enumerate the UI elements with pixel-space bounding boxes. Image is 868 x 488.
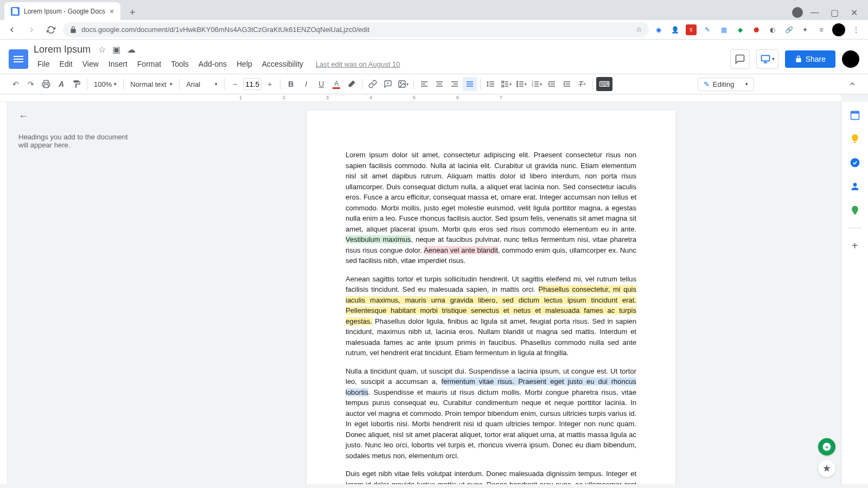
decrease-font-button[interactable]: − [228,77,242,91]
paint-format-button[interactable] [69,77,84,91]
align-center-button[interactable] [432,77,446,91]
keep-icon[interactable] [848,132,861,145]
maximize-window-icon[interactable]: ▢ [827,5,842,20]
minimize-window-icon[interactable]: — [807,5,822,20]
explore-button[interactable] [818,460,835,477]
checklist-button[interactable]: ▾ [499,77,513,91]
insert-image-button[interactable]: ▾ [396,77,410,91]
highlight-button[interactable] [344,77,359,91]
grammarly-icon[interactable] [818,438,835,455]
cloud-status-icon[interactable]: ☁ [127,44,136,55]
print-button[interactable] [39,77,53,91]
paragraph-2[interactable]: Aenean sagittis tortor et turpis sollici… [346,274,636,358]
browser-tab-strip: Lorem Ipsum - Google Docs × + — ▢ ✕ [0,0,868,20]
bulleted-list-button[interactable]: ▾ [514,77,528,91]
align-justify-button[interactable] [463,77,477,91]
maps-icon[interactable] [848,204,861,217]
ext-icon-6[interactable]: ◆ [735,24,745,35]
horizontal-ruler[interactable]: 1 2 3 4 5 6 7 [133,94,841,102]
numbered-list-button[interactable]: 123▾ [529,77,544,91]
italic-button[interactable]: I [299,77,313,91]
redo-button[interactable]: ↷ [24,77,38,91]
increase-indent-button[interactable] [560,77,574,91]
profile-avatar[interactable] [832,23,845,36]
underline-button[interactable]: U [314,77,328,91]
url-field[interactable]: docs.google.com/document/d/1vHwkBKY06mNs… [63,22,649,37]
style-select[interactable]: Normal text▾ [127,80,176,88]
svg-rect-4 [502,81,503,83]
bold-button[interactable]: B [284,77,298,91]
reload-button[interactable] [43,22,59,37]
lock-icon [69,26,77,34]
present-button[interactable]: ▾ [756,49,778,69]
docs-logo[interactable] [9,49,28,69]
document-page[interactable]: Lorem ipsum dolor sit amet, consectetur … [307,111,675,484]
back-button[interactable] [4,22,20,37]
browser-menu-icon[interactable]: ⋮ [851,24,861,35]
ext-icon-2[interactable]: 👤 [669,24,680,35]
browser-tab[interactable]: Lorem Ipsum - Google Docs × [4,2,120,20]
ext-icon-7[interactable]: ⬣ [751,24,762,35]
star-icon[interactable]: ☆ [636,25,642,34]
ext-icon-3[interactable]: 5 [686,24,697,35]
ext-icon-1[interactable]: ◉ [653,24,664,35]
tab-title: Lorem Ipsum - Google Docs [24,8,105,15]
insert-link-button[interactable] [366,77,380,91]
menu-accessibility[interactable]: Accessibility [258,57,307,70]
menu-view[interactable]: View [79,57,103,70]
increase-font-button[interactable]: + [263,77,277,91]
share-button[interactable]: Share [785,50,835,68]
undo-button[interactable]: ↶ [9,77,23,91]
paragraph-3[interactable]: Nulla a tincidunt quam, ut suscipit dui.… [346,366,636,461]
close-window-icon[interactable]: ✕ [846,5,861,20]
add-addon-icon[interactable]: + [848,239,861,252]
move-document-icon[interactable]: ▣ [112,44,120,55]
highlighted-green: Vestibulum maximus [346,235,411,243]
contacts-icon[interactable] [848,180,861,193]
font-select[interactable]: Arial▾ [183,80,221,88]
new-tab-button[interactable]: + [125,5,140,20]
user-avatar[interactable] [842,50,859,68]
browser-controls-search-icon[interactable] [792,7,803,18]
menu-tools[interactable]: Tools [167,57,193,70]
line-spacing-button[interactable] [484,77,498,91]
ext-icon-4[interactable]: ✎ [702,24,713,35]
calendar-icon[interactable] [848,108,861,121]
mode-select[interactable]: ✎ Editing ▾ [698,78,754,91]
ext-icon-5[interactable]: ▦ [718,24,729,35]
document-scroll-area[interactable]: Lorem ipsum dolor sit amet, consectetur … [141,102,841,484]
paragraph-1[interactable]: Lorem ipsum dolor sit amet, consectetur … [346,150,636,266]
text-color-button[interactable]: A [329,77,343,91]
last-edit-link[interactable]: Last edit was on August 10 [316,60,400,68]
decrease-indent-button[interactable] [545,77,559,91]
comment-history-button[interactable] [730,49,750,69]
reading-list-icon[interactable]: ≡ [816,24,827,35]
align-right-button[interactable] [448,77,462,91]
spellcheck-button[interactable]: A [54,77,68,91]
menu-addons[interactable]: Add-ons [195,57,231,70]
extensions-icon[interactable]: ✦ [800,24,810,35]
close-tab-icon[interactable]: × [110,7,114,16]
input-tools-button[interactable]: ⌨ [596,77,612,91]
ext-icon-8[interactable]: ◐ [767,24,778,35]
outline-panel: ← Headings you add to the document will … [8,102,141,484]
menu-file[interactable]: File [34,57,54,70]
paragraph-4[interactable]: Duis eget nibh vitae felis volutpat inte… [346,468,636,484]
menu-help[interactable]: Help [233,57,256,70]
star-document-icon[interactable]: ☆ [98,44,106,55]
add-comment-button[interactable] [381,77,395,91]
forward-button[interactable] [24,22,39,37]
collapse-toolbar-button[interactable] [845,77,859,91]
zoom-select[interactable]: 100%▾ [91,80,120,88]
clear-formatting-button[interactable]: T× [575,77,589,91]
menu-edit[interactable]: Edit [56,57,76,70]
align-left-button[interactable] [417,77,431,91]
outline-back-button[interactable]: ← [18,111,130,122]
menu-format[interactable]: Format [133,57,165,70]
vertical-ruler[interactable] [0,102,8,484]
tasks-icon[interactable] [848,156,861,169]
font-size-input[interactable] [243,78,261,90]
document-title[interactable]: Lorem Ipsum [34,44,91,55]
menu-insert[interactable]: Insert [105,57,131,70]
ext-icon-9[interactable]: 🔗 [783,24,794,35]
